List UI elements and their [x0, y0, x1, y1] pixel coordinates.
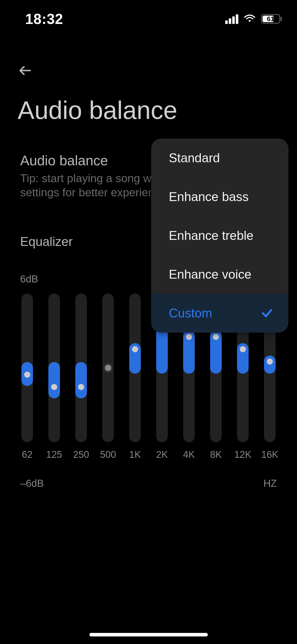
eq-freq-label: 8K [210, 449, 222, 460]
eq-freq-label: 16K [261, 449, 278, 460]
equalizer-preset-dropdown: StandardEnhance bassEnhance trebleEnhanc… [151, 139, 288, 333]
preset-option-label: Standard [169, 151, 220, 165]
eq-thumb[interactable] [78, 384, 84, 390]
wifi-icon [243, 14, 256, 24]
page-title: Audio balance [18, 96, 177, 125]
eq-thumb[interactable] [24, 372, 30, 378]
eq-slider-250[interactable] [75, 294, 87, 442]
eq-band-250: 250 [74, 294, 88, 460]
check-icon [261, 307, 273, 319]
eq-freq-label: 4K [183, 449, 195, 460]
preset-option-label: Enhance voice [169, 267, 251, 282]
eq-slider-1K[interactable] [129, 294, 141, 442]
status-bar: 18:32 61 [0, 0, 297, 38]
eq-slider-500[interactable] [102, 294, 114, 442]
eq-freq-label: 125 [46, 449, 62, 460]
home-indicator[interactable] [89, 633, 208, 636]
preset-option-enhance-bass[interactable]: Enhance bass [151, 177, 288, 216]
eq-thumb[interactable] [213, 334, 219, 340]
eq-slider-62[interactable] [21, 294, 33, 442]
status-time: 18:32 [25, 11, 63, 27]
freq-unit-label: HZ [263, 478, 277, 489]
eq-freq-label: 500 [100, 449, 116, 460]
preset-option-custom[interactable]: Custom [151, 294, 288, 333]
eq-freq-label: 250 [73, 449, 89, 460]
eq-freq-label: 1K [129, 449, 141, 460]
section-title: Audio balance [20, 152, 108, 169]
eq-thumb[interactable] [186, 334, 192, 340]
equalizer-section-label[interactable]: Equalizer [20, 234, 73, 249]
preset-option-label: Custom [169, 306, 212, 320]
battery-icon: 61 [261, 14, 282, 24]
preset-option-label: Enhance bass [169, 189, 249, 204]
eq-thumb[interactable] [105, 365, 111, 371]
eq-band-62: 62 [20, 294, 34, 460]
back-button[interactable] [18, 63, 38, 83]
eq-band-125: 125 [47, 294, 61, 460]
eq-freq-label: 62 [22, 449, 32, 460]
arrow-left-icon [18, 63, 33, 78]
eq-freq-label: 2K [156, 449, 168, 460]
eq-band-500: 500 [101, 294, 115, 460]
eq-thumb[interactable] [51, 384, 57, 390]
preset-option-enhance-treble[interactable]: Enhance treble [151, 216, 288, 255]
eq-freq-label: 12K [234, 449, 251, 460]
battery-percent: 61 [267, 15, 274, 23]
status-right: 61 [225, 14, 282, 24]
preset-option-label: Enhance treble [169, 228, 253, 243]
eq-band-1K: 1K [128, 294, 142, 460]
eq-thumb[interactable] [267, 359, 273, 365]
preset-option-standard[interactable]: Standard [151, 139, 288, 177]
eq-thumb[interactable] [132, 346, 138, 352]
preset-option-enhance-voice[interactable]: Enhance voice [151, 255, 288, 294]
cellular-signal-icon [225, 14, 238, 24]
eq-thumb[interactable] [240, 346, 246, 352]
eq-slider-125[interactable] [48, 294, 60, 442]
db-min-label: –6dB [20, 478, 44, 489]
equalizer-center-line [0, 348, 297, 348]
